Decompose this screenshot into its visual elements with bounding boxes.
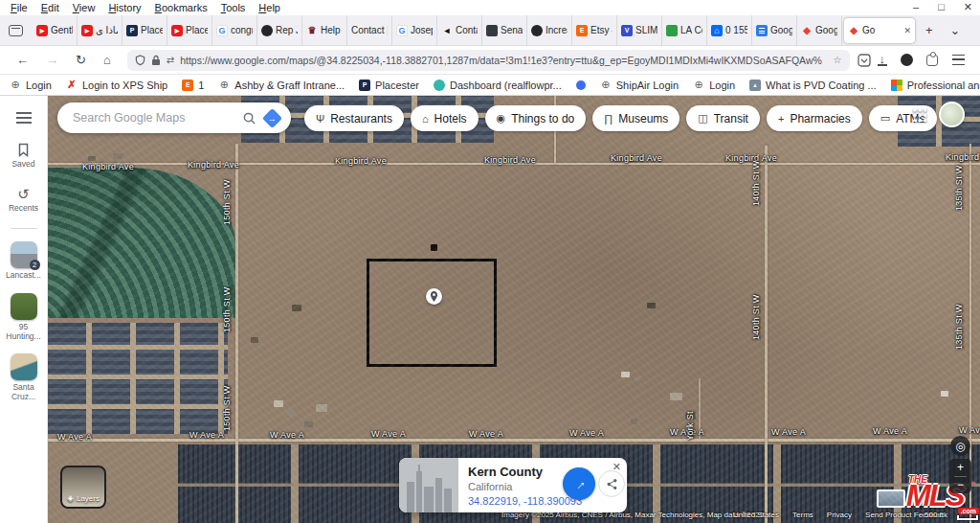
share-button[interactable]: [598, 470, 625, 497]
lock-icon[interactable]: [151, 55, 161, 66]
search-icon[interactable]: [243, 112, 256, 125]
tab-favicon: [666, 25, 678, 36]
browser-window: Kingbird Ave Kingbird Ave Kingbird Ave K…: [0, 0, 980, 523]
permissions-icon[interactable]: ⇄: [167, 55, 174, 65]
layers-button[interactable]: ◈ Layers: [60, 466, 106, 509]
menu-item[interactable]: Bookmarks: [148, 2, 214, 13]
reload-button[interactable]: ↻: [67, 53, 95, 67]
menu-item[interactable]: Help: [252, 2, 287, 13]
forward-button[interactable]: →: [37, 53, 67, 67]
zoom-in-button[interactable]: +: [949, 459, 971, 476]
tab-favicon: ◆: [801, 25, 813, 36]
account-avatar[interactable]: [939, 102, 965, 127]
maps-menu-icon[interactable]: [16, 112, 32, 124]
browser-tab[interactable]: V SLIMI: [617, 15, 662, 46]
menu-item[interactable]: History: [101, 2, 147, 13]
menu-item[interactable]: Edit: [34, 2, 66, 13]
active-tab[interactable]: ◆ Go ✕: [844, 18, 915, 43]
recent-place-item[interactable]: 95 Hunting...: [1, 293, 47, 342]
directions-button[interactable]: →: [563, 467, 595, 500]
home-button[interactable]: ⌂: [95, 53, 120, 67]
place-coordinates[interactable]: 34.822919, -118.390093: [468, 495, 582, 507]
app-menu-icon[interactable]: [952, 55, 965, 65]
browser-tab[interactable]: LA Co: [662, 15, 707, 46]
browser-tab[interactable]: ▶ Places: [167, 15, 212, 46]
extension-icon[interactable]: [901, 54, 913, 66]
google-apps-grid-icon[interactable]: [912, 107, 926, 122]
card-close-icon[interactable]: ✕: [612, 461, 621, 473]
street-label: 150th St W: [222, 179, 232, 225]
browser-tab[interactable]: Rep Jo: [257, 15, 302, 46]
category-chip[interactable]: ∏ Museums: [592, 105, 679, 131]
url-bar[interactable]: ⇄ https://www.google.com/maps/@34.822503…: [127, 50, 850, 71]
new-tab-button[interactable]: +: [917, 23, 942, 37]
bookmark-label: What is PVD Coating ...: [766, 80, 877, 91]
category-chip[interactable]: Ψ Restaurants: [304, 105, 404, 131]
browser-tab[interactable]: ⌂ 0 155: [707, 15, 752, 46]
browser-tab[interactable]: G Joseph: [392, 15, 437, 46]
browser-tab[interactable]: Goog: [752, 15, 797, 46]
imagery-preview-thumbnail[interactable]: [877, 489, 905, 508]
place-photo[interactable]: [399, 458, 458, 512]
tab-list-button[interactable]: ⌄: [942, 23, 969, 37]
browser-tab[interactable]: ▶ لماذا ي: [78, 15, 122, 46]
bookmark-item[interactable]: ⊕ Ashby & Graff Intrane...: [218, 80, 345, 91]
bookmark-star-icon[interactable]: ☆: [834, 55, 842, 65]
bookmark-favicon: [891, 80, 902, 91]
attribution-link[interactable]: Privacy: [827, 511, 852, 519]
bookmark-item[interactable]: ▲ What is PVD Coating ...: [749, 80, 877, 91]
browser-tab[interactable]: ▶ Gentle: [33, 15, 78, 46]
bookmark-label: Login: [26, 80, 52, 91]
attribution-link[interactable]: Terms: [792, 511, 813, 519]
bookmark-item[interactable]: E 1: [182, 80, 204, 91]
category-chip[interactable]: ◉ Things to do: [485, 105, 587, 131]
bookmark-item[interactable]: Dashboard (realflowpr...: [434, 80, 562, 91]
menu-item[interactable]: View: [66, 2, 102, 13]
browser-tab[interactable]: E Etsy -: [572, 15, 617, 46]
downloads-icon[interactable]: ↓: [878, 54, 888, 66]
location-pin-icon[interactable]: [426, 288, 442, 305]
sidebar-item-recents[interactable]: ↺ Recents: [9, 188, 38, 213]
library-icon[interactable]: [9, 25, 23, 36]
browser-tab[interactable]: Contact | L: [347, 15, 392, 46]
browser-tab[interactable]: G congr: [212, 15, 257, 46]
browser-tab[interactable]: Senat: [482, 15, 527, 46]
maps-search-box[interactable]: →: [57, 102, 291, 133]
pocket-icon[interactable]: [858, 54, 871, 67]
sidebar-item-saved[interactable]: Saved: [11, 143, 34, 169]
browser-tab[interactable]: ◆ Googl: [797, 15, 842, 46]
search-input[interactable]: [73, 111, 243, 125]
minimize-button[interactable]: –: [913, 1, 919, 13]
bookmark-item[interactable]: [576, 80, 586, 91]
browser-tab[interactable]: P Places: [122, 15, 167, 46]
terrain-structure: [287, 410, 295, 416]
browser-tab[interactable]: ♛ Help w: [302, 15, 347, 46]
attribution-link[interactable]: United States: [733, 511, 779, 519]
browser-tab[interactable]: ◄ Conta: [437, 15, 482, 46]
directions-icon[interactable]: →: [262, 107, 282, 127]
category-chip[interactable]: + Pharmacies: [767, 105, 862, 131]
url-text[interactable]: https://www.google.com/maps/@34.8225034,…: [180, 55, 827, 66]
menu-item[interactable]: File: [4, 2, 34, 13]
bookmark-item[interactable]: P Placester: [359, 80, 419, 91]
recent-place-item[interactable]: 2 Lancast...: [1, 241, 47, 281]
extension-icon[interactable]: [926, 55, 938, 66]
category-chips: Ψ Restaurants ⌂ Hotels ◉ Things to do ∏ …: [304, 105, 937, 131]
bookmark-item[interactable]: ⊕ ShipAir Login: [600, 80, 679, 91]
category-chip[interactable]: ◫ Transit: [686, 105, 760, 131]
menu-item[interactable]: Tools: [214, 2, 253, 13]
recent-place-item[interactable]: Santa Cruz...: [1, 353, 47, 402]
category-chip[interactable]: ⌂ Hotels: [411, 105, 479, 131]
bookmark-item[interactable]: Professional and Tech...: [891, 80, 980, 91]
zoom-out-button[interactable]: −: [949, 477, 971, 494]
bookmark-item[interactable]: ⊕ Login: [10, 80, 52, 91]
shield-icon[interactable]: [135, 55, 145, 66]
restore-button[interactable]: □: [938, 1, 945, 13]
bookmark-item[interactable]: ⊕ Login: [693, 80, 735, 91]
back-button[interactable]: ←: [8, 53, 37, 67]
close-button[interactable]: ✕: [964, 1, 972, 13]
browser-tab[interactable]: Increa: [527, 15, 572, 46]
tab-close-icon[interactable]: ✕: [903, 26, 911, 35]
bookmark-item[interactable]: ✗ Login to XPS Ship: [66, 80, 167, 91]
my-location-button[interactable]: ◎: [950, 436, 970, 456]
